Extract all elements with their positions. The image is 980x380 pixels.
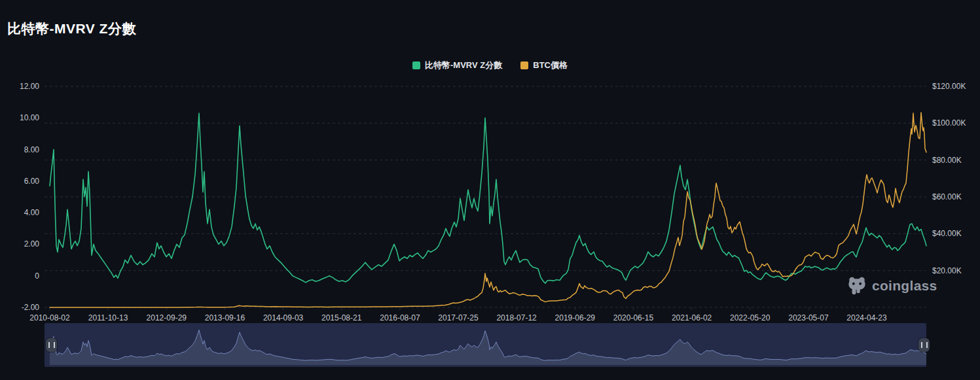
x-axis-tick-label: 2020-06-15: [613, 313, 654, 322]
left-axis-tick-label: 2.00: [24, 239, 40, 249]
coinglass-watermark-text: coinglass: [872, 278, 937, 294]
right-axis-tick-label: $60.00K: [932, 192, 962, 201]
x-axis-tick-label: 2014-09-03: [263, 313, 304, 322]
x-axis-tick-label: 2011-10-13: [88, 313, 128, 322]
coinglass-logo-icon: [847, 275, 867, 296]
left-axis-tick-label: 4.00: [24, 208, 40, 217]
right-axis-tick-label: $40.00K: [932, 229, 962, 238]
x-axis-tick-label: 2022-05-20: [730, 313, 771, 322]
x-axis-tick-label: 2024-04-23: [846, 313, 887, 322]
series-line: [50, 112, 926, 307]
left-axis-tick-label: 10.00: [20, 113, 39, 122]
mvrv-chart-plot[interactable]: 12.0010.008.006.004.002.000-2.00$120.00K…: [0, 0, 980, 323]
x-axis-tick-label: 2021-06-02: [672, 313, 712, 322]
right-axis-tick-label: $100.00K: [932, 118, 966, 128]
x-axis-tick-label: 2013-09-16: [205, 313, 245, 322]
right-axis-tick-label: $80.00K: [932, 156, 962, 165]
x-axis-tick-label: 2016-08-07: [380, 313, 420, 322]
x-axis-tick-label: 2019-06-29: [555, 313, 596, 322]
left-axis-tick-label: 8.00: [24, 145, 40, 154]
series-line: [50, 113, 926, 283]
x-axis-tick-label: 2023-05-07: [788, 313, 829, 322]
navigator-mini-chart: [45, 323, 926, 367]
navigator-left-handle[interactable]: [46, 338, 57, 352]
left-axis-tick-label: 12.00: [20, 82, 39, 91]
right-axis-tick-label: $120.00K: [932, 82, 966, 91]
navigator-right-handle[interactable]: [918, 338, 930, 352]
right-axis-tick-label: $20.00K: [932, 266, 962, 275]
x-axis-tick-label: 2012-09-29: [147, 313, 187, 322]
x-axis-tick-label: 2017-07-25: [438, 313, 479, 322]
left-axis-tick-label: 0: [35, 271, 39, 281]
x-axis-tick-label: 2018-07-12: [496, 313, 537, 322]
left-axis-tick-label: 6.00: [24, 177, 40, 186]
grip-icon: [48, 342, 55, 348]
mvrv-zscore-page: 比特幣-MVRV Z分數 比特幣-MVRV Z分數 BTC價格 12.0010.…: [0, 0, 980, 380]
x-axis-tick-label: 2010-08-02: [29, 313, 70, 322]
left-axis-tick-label: -2.00: [22, 303, 40, 312]
date-range-navigator[interactable]: [45, 323, 926, 367]
navigator-area: [50, 330, 926, 365]
grip-icon: [921, 342, 928, 348]
coinglass-watermark: coinglass: [847, 275, 937, 296]
x-axis-tick-label: 2015-08-21: [321, 313, 362, 322]
